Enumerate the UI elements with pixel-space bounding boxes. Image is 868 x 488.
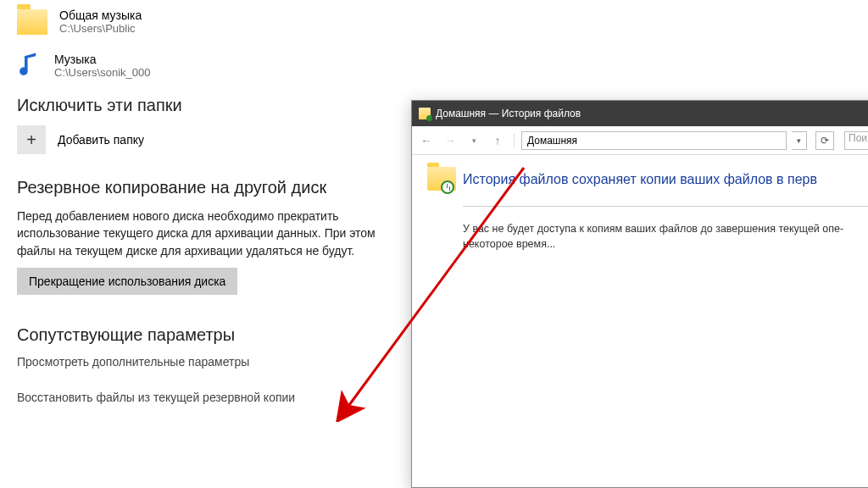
recent-locations-button[interactable]: ▾ <box>465 131 483 150</box>
stop-disk-button[interactable]: Прекращение использования диска <box>17 268 237 295</box>
nav-toolbar: ← → ▾ ↑ Домашняя ▾ ⟳ Пои <box>412 126 868 155</box>
address-text: Домашняя <box>527 135 577 147</box>
folder-icon <box>17 9 47 35</box>
address-bar[interactable]: Домашняя <box>521 131 787 150</box>
file-history-headline: История файлов сохраняет копии ваших фай… <box>463 172 868 187</box>
file-history-window: Домашняя — История файлов ← → ▾ ↑ Домашн… <box>411 100 868 488</box>
folder-title: Музыка <box>54 53 150 66</box>
separator <box>514 134 515 147</box>
refresh-button[interactable]: ⟳ <box>815 131 834 150</box>
link-restore-files[interactable]: Восстановить файлы из текущей резервной … <box>17 391 398 404</box>
back-button[interactable]: ← <box>417 131 436 150</box>
forward-button[interactable]: → <box>441 131 459 150</box>
add-folder-row: + Добавить папку <box>17 125 398 154</box>
folder-text: Общая музыка C:\Users\Public <box>59 8 142 35</box>
exclude-heading: Исключить эти папки <box>17 96 398 115</box>
file-history-paragraph: У вас не будет доступа к копиям ваших фа… <box>463 222 868 252</box>
up-button[interactable]: ↑ <box>488 131 507 150</box>
folder-item-music[interactable]: Музыка C:\Users\sonik_000 <box>17 50 398 80</box>
folder-path: C:\Users\Public <box>59 22 142 35</box>
folder-path: C:\Users\sonik_000 <box>54 66 150 79</box>
add-folder-label: Добавить папку <box>58 133 144 147</box>
address-dropdown[interactable]: ▾ <box>792 131 807 150</box>
add-folder-button[interactable]: + <box>17 125 46 154</box>
backup-heading: Резервное копирование на другой диск <box>17 178 398 197</box>
music-note-icon <box>17 50 42 80</box>
folder-item-public-music[interactable]: Общая музыка C:\Users\Public <box>17 8 398 35</box>
folder-title: Общая музыка <box>59 8 142 22</box>
backup-description: Перед добавлением нового диска необходим… <box>17 208 390 259</box>
window-titlebar[interactable]: Домашняя — История файлов <box>412 101 868 126</box>
file-history-icon <box>419 108 431 119</box>
search-input[interactable]: Пои <box>844 131 868 150</box>
link-more-params[interactable]: Просмотреть дополнительные параметры <box>17 355 398 369</box>
related-heading: Сопутствующие параметры <box>17 325 398 345</box>
settings-pane: Общая музыка C:\Users\Public Музыка C:\U… <box>17 8 398 404</box>
file-history-body: История файлов сохраняет копии ваших фай… <box>412 155 868 267</box>
window-title: Домашняя — История файлов <box>436 108 581 119</box>
folder-text: Музыка C:\Users\sonik_000 <box>54 53 150 79</box>
clock-badge-icon <box>441 180 454 194</box>
divider <box>463 206 868 207</box>
